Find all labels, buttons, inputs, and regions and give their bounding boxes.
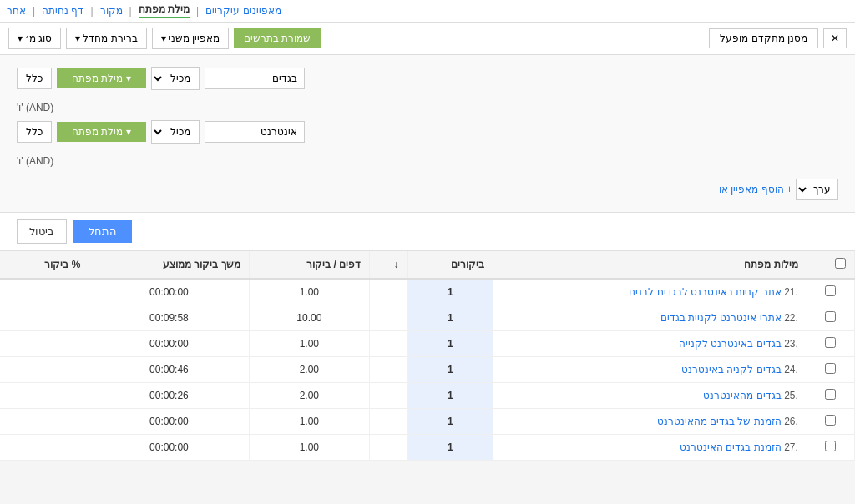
and-label-1: 'ו' (AND) bbox=[17, 98, 838, 120]
clear-filter-button-2[interactable]: כלל bbox=[17, 121, 52, 143]
table-row: .26 הזמנת של בגדים מהאינטרנט 1 1.00 00:0… bbox=[0, 409, 855, 435]
keyword-link-3[interactable]: .24 בגדים לקניה באינטרנט bbox=[681, 364, 798, 375]
row-checkbox-cell bbox=[807, 435, 854, 461]
row-sort-cell-3 bbox=[370, 357, 407, 383]
filter-row-2: מכיל ▾ מילת מפתח כלל bbox=[17, 120, 838, 144]
row-keyword-cell-5: .26 הזמנת של בגדים מהאינטרנט bbox=[493, 409, 807, 435]
keyword-filter-button-1[interactable]: ▾ מילת מפתח bbox=[57, 68, 146, 88]
close-filter-button[interactable]: ✕ bbox=[823, 28, 847, 48]
row-sort-cell-2 bbox=[370, 331, 407, 357]
keyword-link-2[interactable]: .23 בגדים באינטרנט לקנייה bbox=[679, 338, 798, 350]
keyword-link-5[interactable]: .26 הזמנת של בגדים מהאינטרנט bbox=[657, 416, 798, 427]
add-type-select[interactable]: ערך bbox=[796, 179, 838, 200]
row-pct-cell-3 bbox=[0, 357, 89, 383]
keyword-filter-button-2[interactable]: ▾ מילת מפתח bbox=[57, 122, 146, 142]
nav-acher[interactable]: אחר bbox=[7, 5, 26, 17]
row-sort-cell-1 bbox=[370, 305, 407, 331]
col-pct-visits: % ביקור bbox=[0, 251, 89, 279]
nav-makor[interactable]: מקור bbox=[100, 5, 123, 17]
filter-value-input-2[interactable] bbox=[205, 121, 305, 143]
col-keyword: מילות מפתח bbox=[493, 251, 807, 279]
row-pages-cell-2: 1.00 bbox=[249, 331, 370, 357]
col-sort-arrow[interactable]: ↓ bbox=[370, 251, 407, 279]
row-checkbox-0[interactable] bbox=[825, 285, 836, 296]
filter-contains-select-2[interactable]: מכיל bbox=[151, 120, 200, 144]
select-all-checkbox[interactable] bbox=[835, 258, 846, 269]
row-pages-cell-0: 1.00 bbox=[249, 279, 370, 305]
row-pct-cell-6 bbox=[0, 435, 89, 461]
filter-contains-select-1[interactable]: מכיל bbox=[151, 67, 200, 90]
row-sort-cell-0 bbox=[370, 279, 407, 305]
row-avg-cell-0: 00:00:00 bbox=[89, 279, 249, 305]
col-avg-visit: משך ביקור ממוצע bbox=[89, 251, 249, 279]
action-bar: התחל ביטול bbox=[0, 213, 855, 251]
keyword-link-0[interactable]: .21 אתר קניות באינטרנט לבגדים לבנים bbox=[629, 286, 797, 298]
nav-milat-mafteach[interactable]: מילת מפתח bbox=[139, 3, 190, 18]
row-visits-cell-0: 1 bbox=[407, 279, 493, 305]
row-checkbox-cell bbox=[807, 331, 854, 357]
cancel-button[interactable]: ביטול bbox=[17, 219, 67, 244]
main-toolbar: ✕ מסנן מתקדם מופעל שמורת בתרשים מאפיין מ… bbox=[0, 23, 855, 55]
table-row: .25 בגדים מהאינטרנט 1 2.00 00:00:26 bbox=[0, 383, 855, 409]
row-checkbox-5[interactable] bbox=[825, 415, 836, 426]
row-checkbox-3[interactable] bbox=[825, 363, 836, 374]
row-checkbox-cell bbox=[807, 383, 854, 409]
row-pages-cell-1: 10.00 bbox=[249, 305, 370, 331]
sort-button[interactable]: סוג מ׳ ▾ bbox=[8, 28, 61, 49]
nav-daf-nchita[interactable]: דף נחיתה bbox=[42, 5, 83, 17]
chevron-down-icon-kw2: ▾ bbox=[126, 126, 131, 138]
save-filter-button[interactable]: שמורת בתרשים bbox=[234, 28, 321, 48]
nav-sep-3: | bbox=[90, 5, 93, 17]
row-visits-cell-4: 1 bbox=[407, 383, 493, 409]
sort-label: סוג מ׳ bbox=[25, 33, 52, 44]
results-table: מילות מפתח ביקורים ↓ דפים / ביקור משך בי… bbox=[0, 251, 855, 461]
table-row: .21 אתר קניות באינטרנט לבגדים לבנים 1 1.… bbox=[0, 279, 855, 305]
filter-section: מכיל ▾ מילת מפתח כלל 'ו' (AND) מכיל ▾ מי… bbox=[0, 55, 855, 213]
add-filter-row: ערך + הוסף מאפיין או bbox=[17, 179, 838, 200]
secondary-attr-button[interactable]: מאפיין משני ▾ bbox=[152, 28, 229, 49]
filter-value-input-1[interactable] bbox=[205, 68, 305, 89]
filter-active-label: מסנן מתקדם מופעל bbox=[709, 28, 818, 48]
table-row: .24 בגדים לקניה באינטרנט 1 2.00 00:00:46 bbox=[0, 357, 855, 383]
row-checkbox-6[interactable] bbox=[825, 441, 836, 451]
nav-sep-4: | bbox=[33, 5, 35, 17]
row-visits-cell-2: 1 bbox=[407, 331, 493, 357]
row-avg-cell-5: 00:00:00 bbox=[89, 409, 249, 435]
table-row: .22 אתרי אינטרנט לקניית בגדים 1 10.00 00… bbox=[0, 305, 855, 331]
row-visits-cell-6: 1 bbox=[407, 435, 493, 461]
col-visits: ביקורים bbox=[407, 251, 493, 279]
row-avg-cell-3: 00:00:46 bbox=[89, 357, 249, 383]
row-avg-cell-6: 00:00:00 bbox=[89, 435, 249, 461]
chevron-down-icon-3: ▾ bbox=[18, 33, 23, 44]
row-pages-cell-3: 2.00 bbox=[249, 357, 370, 383]
add-filter-link[interactable]: + הוסף מאפיין או bbox=[719, 184, 792, 195]
breakdown-label: ברירת מחדל bbox=[83, 33, 137, 44]
table-row: .27 הזמנת בגדים האינטרנט 1 1.00 00:00:00 bbox=[0, 435, 855, 461]
nav-sep-2: | bbox=[129, 5, 132, 17]
keyword-link-6[interactable]: .27 הזמנת בגדים האינטרנט bbox=[680, 441, 798, 453]
row-sort-cell-5 bbox=[370, 409, 407, 435]
close-icon: ✕ bbox=[831, 33, 839, 44]
filter-row-1: מכיל ▾ מילת מפתח כלל bbox=[17, 67, 838, 90]
nav-maafyanim[interactable]: מאפיינים עיקריים bbox=[205, 5, 281, 17]
clear-filter-button-1[interactable]: כלל bbox=[17, 68, 52, 89]
row-keyword-cell-1: .22 אתרי אינטרנט לקניית בגדים bbox=[493, 305, 807, 331]
col-pages-per-visit: דפים / ביקור bbox=[249, 251, 370, 279]
row-keyword-cell-0: .21 אתר קניות באינטרנט לבגדים לבנים bbox=[493, 279, 807, 305]
nav-sep-1: | bbox=[196, 5, 199, 17]
start-button[interactable]: התחל bbox=[73, 220, 132, 243]
row-pct-cell-1 bbox=[0, 305, 89, 331]
row-checkbox-1[interactable] bbox=[825, 311, 836, 322]
row-checkbox-4[interactable] bbox=[825, 389, 836, 400]
secondary-attr-label: מאפיין משני bbox=[169, 33, 220, 44]
row-checkbox-cell bbox=[807, 279, 854, 305]
row-checkbox-2[interactable] bbox=[825, 337, 836, 348]
breakdown-button[interactable]: ברירת מחדל ▾ bbox=[66, 28, 146, 49]
keyword-link-1[interactable]: .22 אתרי אינטרנט לקניית בגדים bbox=[660, 312, 798, 324]
row-pages-cell-4: 2.00 bbox=[249, 383, 370, 409]
toolbar-right: שמורת בתרשים מאפיין משני ▾ ברירת מחדל ▾ … bbox=[8, 28, 321, 49]
row-avg-cell-1: 00:09:58 bbox=[89, 305, 249, 331]
row-pct-cell-0 bbox=[0, 279, 89, 305]
keyword-link-4[interactable]: .25 בגדים מהאינטרנט bbox=[703, 390, 797, 401]
table-row: .23 בגדים באינטרנט לקנייה 1 1.00 00:00:0… bbox=[0, 331, 855, 357]
